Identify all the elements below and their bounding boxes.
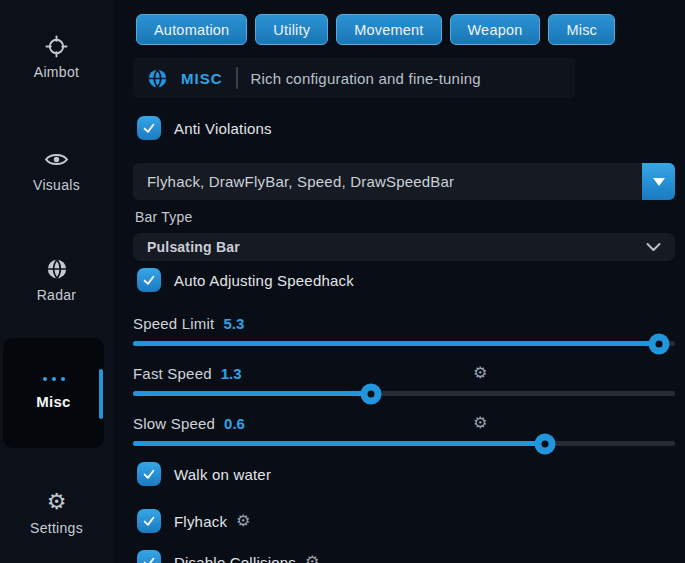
section-subtitle: Rich configuration and fine-tuning bbox=[251, 70, 481, 87]
walk-on-water-checkbox[interactable] bbox=[137, 462, 161, 486]
multiselect-dropdown-button[interactable] bbox=[642, 163, 675, 200]
sidebar-item-label: Aimbot bbox=[34, 64, 79, 80]
check-icon bbox=[142, 274, 156, 286]
speed-limit-slider-thumb[interactable] bbox=[648, 333, 669, 354]
slider-label-row: Fast Speed 1.3 ⚙ bbox=[133, 362, 675, 384]
gear-icon[interactable]: ⚙ bbox=[473, 415, 487, 431]
slow-speed-label: Slow Speed bbox=[133, 415, 215, 432]
sidebar-item-label: Visuals bbox=[33, 177, 80, 193]
slow-speed-value: 0.6 bbox=[224, 415, 245, 432]
sidebar-item-radar[interactable]: Radar bbox=[0, 257, 113, 303]
slider-fill bbox=[133, 441, 545, 446]
flyhack-checkbox[interactable] bbox=[137, 509, 161, 533]
disable-collisions-label-text: Disable Collisions bbox=[174, 554, 296, 563]
checkbox-row-disable-collisions: Disable Collisions ⚙ bbox=[137, 550, 675, 563]
slider-fill bbox=[133, 391, 371, 396]
disable-collisions-checkbox[interactable] bbox=[137, 550, 161, 563]
gear-icon[interactable]: ⚙ bbox=[236, 513, 251, 529]
bar-multiselect-value: Flyhack, DrawFlyBar, Speed, DrawSpeedBar bbox=[147, 173, 454, 190]
flyhack-label-text: Flyhack bbox=[174, 513, 227, 530]
chevron-down-icon bbox=[646, 243, 661, 252]
tab-misc[interactable]: Misc bbox=[548, 14, 615, 45]
fast-speed-slider[interactable] bbox=[133, 391, 675, 396]
bar-type-label: Bar Type bbox=[135, 209, 675, 225]
sidebar: Aimbot Visuals Radar Misc bbox=[0, 0, 113, 563]
sidebar-item-settings[interactable]: ⚙ Settings bbox=[0, 490, 113, 536]
checkbox-row-walk-on-water: Walk on water bbox=[137, 462, 675, 486]
check-icon bbox=[142, 556, 156, 563]
checkbox-row-flyhack: Flyhack ⚙ bbox=[137, 509, 675, 533]
globe-icon bbox=[46, 257, 68, 281]
crosshair-icon bbox=[45, 34, 68, 58]
speed-limit-value: 5.3 bbox=[223, 315, 244, 332]
speed-limit-label: Speed Limit bbox=[133, 315, 214, 332]
checkbox-row-anti-violations: Anti Violations bbox=[137, 116, 675, 140]
sidebar-item-label: Misc bbox=[36, 393, 71, 410]
fast-speed-slider-thumb[interactable] bbox=[361, 383, 382, 404]
eye-icon bbox=[44, 147, 69, 171]
bar-type-select[interactable]: Pulsating Bar bbox=[133, 233, 675, 261]
dots-icon bbox=[43, 377, 65, 381]
sidebar-item-misc-active[interactable]: Misc bbox=[3, 338, 104, 448]
fast-speed-label: Fast Speed bbox=[133, 365, 212, 382]
slow-speed-slider-thumb[interactable] bbox=[534, 433, 555, 454]
fast-speed-value: 1.3 bbox=[221, 365, 242, 382]
sidebar-item-visuals[interactable]: Visuals bbox=[0, 147, 113, 193]
anti-violations-label: Anti Violations bbox=[174, 120, 272, 137]
check-icon bbox=[142, 515, 156, 527]
gear-icon[interactable]: ⚙ bbox=[305, 554, 320, 563]
app-window: Aimbot Visuals Radar Misc bbox=[0, 0, 685, 563]
slider-label-row: Speed Limit 5.3 bbox=[133, 312, 675, 334]
tab-weapon[interactable]: Weapon bbox=[450, 14, 541, 45]
slow-speed-slider[interactable] bbox=[133, 441, 675, 446]
slider-fast-speed: Fast Speed 1.3 ⚙ bbox=[133, 362, 675, 396]
sidebar-item-label: Radar bbox=[37, 287, 77, 303]
sidebar-item-label: Settings bbox=[30, 520, 83, 536]
checkbox-row-auto-adjust: Auto Adjusting Speedhack bbox=[137, 268, 675, 292]
globe-icon bbox=[147, 66, 168, 90]
check-icon bbox=[142, 122, 156, 134]
gear-icon: ⚙ bbox=[47, 490, 67, 514]
section-title: MISC bbox=[181, 70, 223, 87]
slider-label-row: Slow Speed 0.6 ⚙ bbox=[133, 412, 675, 434]
triangle-down-icon bbox=[653, 178, 665, 186]
walk-on-water-label: Walk on water bbox=[174, 466, 271, 483]
auto-adjust-checkbox[interactable] bbox=[137, 268, 161, 292]
check-icon bbox=[142, 468, 156, 480]
bar-type-value: Pulsating Bar bbox=[147, 239, 240, 255]
flyhack-label: Flyhack ⚙ bbox=[174, 513, 251, 530]
auto-adjust-label: Auto Adjusting Speedhack bbox=[174, 272, 354, 289]
gear-icon[interactable]: ⚙ bbox=[473, 365, 487, 381]
section-header: MISC Rich configuration and fine-tuning bbox=[133, 58, 575, 98]
bar-multiselect[interactable]: Flyhack, DrawFlyBar, Speed, DrawSpeedBar bbox=[133, 163, 675, 200]
tab-movement[interactable]: Movement bbox=[336, 14, 441, 45]
tab-utility[interactable]: Utility bbox=[255, 14, 328, 45]
slider-fill bbox=[133, 341, 659, 346]
anti-violations-checkbox[interactable] bbox=[137, 116, 161, 140]
slider-speed-limit: Speed Limit 5.3 bbox=[133, 312, 675, 346]
disable-collisions-label: Disable Collisions ⚙ bbox=[174, 554, 320, 563]
speed-limit-slider[interactable] bbox=[133, 341, 675, 346]
sidebar-item-aimbot[interactable]: Aimbot bbox=[0, 34, 113, 80]
tab-automation[interactable]: Automation bbox=[136, 14, 247, 45]
main-panel: Automation Utility Movement Weapon Misc … bbox=[113, 0, 685, 563]
slider-slow-speed: Slow Speed 0.6 ⚙ bbox=[133, 412, 675, 446]
tab-bar: Automation Utility Movement Weapon Misc bbox=[136, 14, 675, 45]
divider bbox=[236, 67, 238, 89]
active-indicator-bar bbox=[99, 369, 103, 419]
